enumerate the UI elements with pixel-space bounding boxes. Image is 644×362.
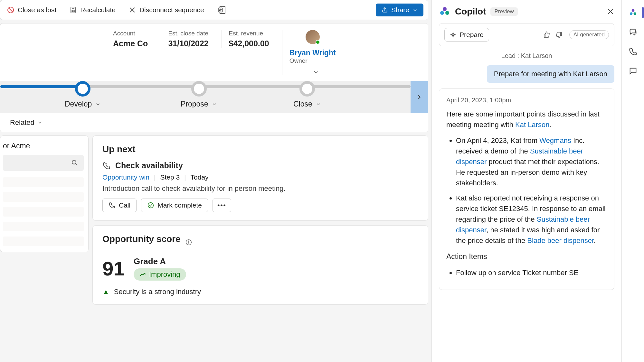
- copilot-icon: [628, 8, 638, 17]
- thumbs-up-icon[interactable]: [543, 31, 551, 39]
- close-as-lost-button[interactable]: Close as lost: [5, 5, 58, 15]
- wegmans-link[interactable]: Wegmans: [539, 136, 571, 144]
- prohibit-icon: [7, 6, 14, 14]
- app-rail: [621, 0, 644, 362]
- close-date-field: Est. close date 31/10/2022: [161, 30, 208, 48]
- more-actions-button[interactable]: •••: [213, 199, 231, 212]
- chevron-down-icon: [412, 7, 418, 13]
- recalculate-label: Recalculate: [80, 6, 116, 14]
- owner-field[interactable]: Bryan Wright Owner: [282, 30, 336, 75]
- action-item: Follow up on service Ticket number SE: [456, 267, 607, 278]
- business-process-flow: Develop Propose Close: [0, 81, 428, 113]
- search-input[interactable]: [3, 155, 84, 171]
- thumbs-down-icon[interactable]: [555, 31, 563, 39]
- svg-point-4: [72, 10, 72, 11]
- result-bullet: On April 4, 2023, Kat from Wegmans Inc. …: [456, 135, 607, 188]
- prepare-header-card: Prepare AI generated: [439, 23, 614, 46]
- chevron-down-icon: [212, 101, 217, 107]
- up-next-heading: Up next: [102, 144, 418, 154]
- result-bullet: Kat also reported not receiving a respon…: [456, 193, 607, 246]
- svg-point-23: [631, 9, 634, 12]
- chevron-down-icon: [316, 101, 321, 107]
- stage-dot-close[interactable]: [299, 81, 315, 97]
- stage-develop[interactable]: Develop: [65, 100, 101, 108]
- copilot-panel: Copilot Preview Prepare AI generated Lea…: [431, 0, 621, 362]
- trend-pill: Improving: [134, 268, 186, 281]
- owner-name[interactable]: Bryan Wright: [289, 49, 336, 57]
- step-label: Step 3: [160, 173, 180, 181]
- svg-point-6: [72, 11, 72, 12]
- due-label: Today: [191, 173, 209, 181]
- opportunity-score-card: Opportunity score 91 Grade A Improving: [92, 225, 428, 305]
- comment-icon: [629, 66, 638, 75]
- phone-icon: [102, 162, 111, 170]
- prepare-button[interactable]: Prepare: [444, 28, 489, 42]
- list-item[interactable]: [3, 237, 84, 246]
- stage-dot-develop[interactable]: [75, 81, 90, 97]
- svg-point-7: [74, 11, 74, 12]
- action-items-heading: Action Items: [446, 251, 607, 262]
- svg-point-5: [74, 10, 74, 11]
- rail-chat-button[interactable]: [629, 28, 638, 37]
- list-item[interactable]: [3, 207, 84, 217]
- svg-point-24: [630, 12, 632, 15]
- lead-divider: Lead : Kat Larson: [439, 52, 614, 60]
- presence-indicator: [316, 40, 320, 44]
- stage-dot-propose[interactable]: [191, 81, 207, 97]
- search-icon: [71, 159, 79, 167]
- owner-role: Owner: [289, 57, 336, 64]
- related-tab[interactable]: Related: [0, 113, 428, 132]
- phone-icon: [109, 202, 116, 209]
- word-export-button[interactable]: [215, 4, 229, 16]
- stage-propose[interactable]: Propose: [181, 100, 217, 108]
- share-icon: [382, 7, 388, 13]
- list-item[interactable]: [3, 192, 84, 202]
- score-insight: ▲ Security is a strong industry: [102, 288, 418, 296]
- more-icon: •••: [217, 201, 226, 209]
- svg-point-12: [72, 160, 76, 164]
- score-heading: Opportunity score: [102, 234, 181, 244]
- sequence-link[interactable]: Opportunity win: [102, 173, 149, 181]
- copilot-result-card: April 20, 2023, 1:00pm Here are some imp…: [439, 88, 614, 290]
- chevron-right-icon: [416, 94, 423, 101]
- record-header: Account Acme Co Est. close date 31/10/20…: [0, 23, 428, 132]
- share-button[interactable]: Share: [376, 4, 423, 16]
- score-value: 91: [102, 257, 125, 280]
- call-button[interactable]: Call: [102, 199, 137, 212]
- result-timestamp: April 20, 2023, 1:00pm: [446, 95, 607, 105]
- suggestion-pill[interactable]: Prepare for meeting with Kat Larson: [487, 65, 614, 83]
- chevron-down-icon[interactable]: [313, 69, 319, 75]
- close-as-lost-label: Close as lost: [18, 6, 56, 14]
- copilot-title: Copilot: [455, 6, 486, 17]
- svg-rect-2: [71, 7, 75, 13]
- account-field: Account Acme Co: [113, 30, 148, 48]
- svg-point-17: [188, 241, 189, 241]
- disconnect-sequence-button[interactable]: Disconnect sequence: [127, 5, 206, 15]
- left-card-title: or Acme: [0, 142, 84, 155]
- blade-dispenser-link[interactable]: Blade beer dispenser: [527, 237, 594, 245]
- score-grade: Grade A: [134, 256, 186, 266]
- result-intro: Here are some important points discussed…: [446, 109, 607, 130]
- avatar: [306, 30, 320, 44]
- rail-phone-button[interactable]: [629, 47, 638, 56]
- list-item[interactable]: [3, 222, 84, 231]
- list-item[interactable]: [3, 177, 84, 187]
- bpf-next-button[interactable]: [411, 81, 428, 113]
- disconnect-label: Disconnect sequence: [139, 6, 204, 14]
- sparkle-icon: [450, 32, 456, 38]
- stage-close[interactable]: Close: [293, 100, 321, 108]
- copilot-logo-icon: [439, 6, 450, 17]
- info-icon[interactable]: [185, 239, 192, 246]
- svg-point-14: [148, 203, 154, 208]
- kat-larson-link[interactable]: Kat Larson: [515, 121, 549, 129]
- mark-complete-button[interactable]: Mark complete: [141, 199, 208, 212]
- recalculate-button[interactable]: Recalculate: [67, 5, 118, 15]
- svg-point-25: [633, 12, 636, 15]
- close-icon: [128, 6, 136, 14]
- command-bar: Close as lost Recalculate Disconnect seq…: [0, 0, 428, 20]
- preview-badge: Preview: [490, 7, 517, 16]
- rail-comment-button[interactable]: [629, 66, 638, 75]
- rail-copilot-button[interactable]: [628, 8, 638, 17]
- word-icon: [217, 5, 227, 15]
- close-icon[interactable]: [607, 8, 614, 15]
